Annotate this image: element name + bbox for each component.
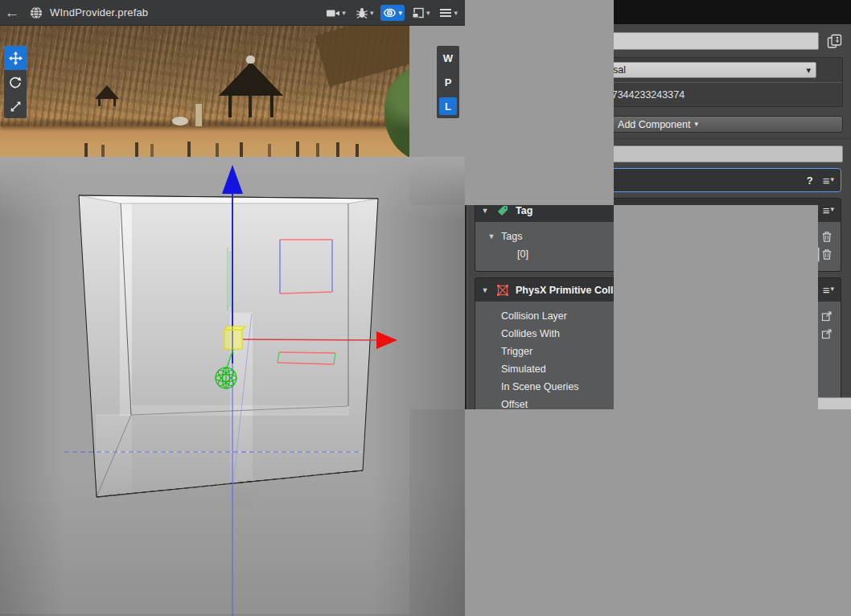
browse-material-button[interactable]	[802, 448, 816, 462]
folder-icon	[804, 451, 815, 460]
name-label: Name	[495, 35, 524, 47]
caret-down-icon: ▾	[824, 522, 828, 531]
box-section-row: ▼Box	[480, 536, 834, 548]
toggle-knob	[632, 570, 642, 580]
rotation-x-input[interactable]	[631, 415, 770, 430]
expander-expanded-icon[interactable]: ▼	[480, 207, 490, 215]
simulated-toggle[interactable]	[619, 363, 643, 376]
dimensions-y-input[interactable]	[789, 550, 851, 565]
camera-button-local[interactable]: L	[437, 94, 459, 118]
scale-tool-button[interactable]	[4, 94, 27, 118]
rotation-y-input[interactable]	[789, 415, 851, 430]
split-view-button[interactable]: ▾	[409, 5, 433, 21]
back-button[interactable]: ←	[0, 0, 24, 26]
delete-element-button[interactable]	[820, 247, 834, 261]
clear-tags-button[interactable]	[820, 229, 834, 244]
debug-info-button[interactable]: ▾	[353, 5, 376, 21]
caret-down-icon: ▾	[694, 121, 698, 128]
popout-icon	[821, 450, 832, 461]
search-input[interactable]	[491, 149, 838, 160]
entity-id-row: Entity ID 8062957344233243374	[474, 82, 842, 106]
clear-material-button[interactable]: ×	[788, 448, 795, 463]
open-collision-layers-button[interactable]	[820, 309, 834, 323]
toggle-knob	[620, 347, 629, 356]
component-tag: ▼ Tag ? ≡▾ ▼Tags 1 elements + [0]	[475, 198, 841, 272]
in-scene-queries-row: In Scene Queries	[480, 379, 834, 395]
3d-viewport[interactable]: ← WIndProvider.prefab ▾ ▾ ▾	[0, 0, 465, 616]
entity-info-box: Status Universal ▾ Entity ID 80629573442…	[473, 57, 843, 107]
trigger-toggle[interactable]	[619, 346, 643, 358]
caret-down-icon: ▾	[454, 10, 458, 17]
rotate-tool-button[interactable]	[4, 70, 27, 94]
rotation-label: Rotation	[480, 417, 619, 428]
expander-expanded-icon[interactable]: ▼	[487, 435, 496, 443]
expander-collapsed-icon[interactable]: ▶	[480, 176, 490, 184]
camera-button-world[interactable]: W	[437, 46, 459, 70]
popout-icon	[821, 310, 832, 322]
shape-value: Box	[624, 520, 820, 532]
collision-layer-label: Collision Layer	[480, 310, 619, 322]
physx-title: PhysX Primitive Collider	[516, 285, 797, 296]
shape-dropdown[interactable]: Box▾	[619, 518, 834, 534]
view-visibility-button[interactable]: ▾	[380, 5, 405, 21]
help-button[interactable]: ?	[804, 204, 816, 216]
open-collision-groups-button[interactable]	[820, 326, 834, 341]
open-material-editor-button[interactable]	[820, 448, 834, 462]
collider-tag-input[interactable]	[619, 466, 834, 481]
toggle-knob	[632, 364, 642, 374]
offset-row: Offset X Y Z	[480, 396, 834, 413]
tags-count: 1 elements	[619, 231, 805, 242]
translate-gizmo-x-arrow-icon[interactable]	[376, 331, 397, 349]
offset-y-input[interactable]	[789, 397, 851, 413]
offset-x-input[interactable]	[631, 397, 770, 413]
component-menu-button[interactable]: ≡▾	[823, 175, 834, 187]
translate-gizmo-x-axis-line[interactable]	[243, 339, 376, 340]
entire-object-input[interactable]	[619, 448, 799, 463]
help-button[interactable]: ?	[804, 284, 816, 296]
inspector-tab-bar: Entity Inspector	[465, 0, 851, 24]
expander-expanded-icon[interactable]: ▼	[480, 286, 490, 294]
expander-expanded-icon[interactable]: ▼	[487, 232, 496, 240]
contact-offset-input[interactable]	[619, 501, 834, 516]
edit-collider-button[interactable]: Edit	[501, 589, 832, 606]
move-icon	[9, 51, 23, 65]
transform-header[interactable]: ▶ Transform ? ≡▾	[475, 168, 841, 192]
help-button[interactable]: ?	[804, 175, 816, 187]
physics-materials-label: Physics Materials	[501, 433, 579, 445]
pin-inspector-button[interactable]	[825, 32, 843, 50]
translate-gizmo-z-arrow-icon[interactable]	[222, 165, 243, 194]
gizmo-overlay	[0, 26, 465, 616]
rest-offset-input[interactable]	[619, 483, 834, 499]
camera-button-parent[interactable]: P	[437, 70, 459, 94]
draw-collider-toggle[interactable]	[619, 569, 643, 581]
tag-icon	[496, 204, 509, 217]
collision-layer-dropdown[interactable]: Default▾	[619, 308, 816, 324]
viewport-menu-button[interactable]: ▾	[437, 6, 460, 20]
caret-down-icon: ▾	[398, 10, 402, 17]
tag-body: ▼Tags 1 elements + [0]	[475, 222, 841, 272]
add-component-button[interactable]: Add Component ▾	[473, 116, 843, 133]
entity-id-value: 8062957344233243374	[578, 89, 684, 101]
add-element-button[interactable]: +	[805, 229, 820, 244]
tab-entity-inspector[interactable]: Entity Inspector	[465, 0, 573, 24]
y-axis-badge: Y	[776, 415, 789, 430]
dimensions-x-input[interactable]	[631, 550, 770, 565]
ground-marker-top	[279, 352, 335, 353]
component-menu-button[interactable]: ≡▾	[823, 204, 834, 216]
physx-header[interactable]: ▼ PhysX Primitive Collider ? ≡▾	[475, 277, 841, 302]
in-scene-queries-toggle[interactable]	[619, 381, 643, 393]
entity-name-input[interactable]	[530, 32, 819, 50]
caret-down-icon: ▾	[830, 206, 834, 213]
component-menu-button[interactable]: ≡▾	[823, 284, 834, 296]
camera-settings-button[interactable]: ▾	[323, 5, 348, 21]
gizmo-center-cube-icon[interactable]	[224, 330, 242, 349]
search-icon	[478, 149, 488, 159]
move-tool-button[interactable]	[4, 46, 27, 70]
gizmo-center-cube-top[interactable]	[224, 326, 245, 330]
expander-expanded-icon[interactable]: ▼	[487, 538, 496, 546]
tag-header[interactable]: ▼ Tag ? ≡▾	[475, 198, 841, 222]
tag-element-input[interactable]	[619, 247, 820, 262]
status-dropdown[interactable]: Universal ▾	[578, 62, 816, 78]
collides-with-dropdown[interactable]: All▾	[619, 326, 816, 342]
transform-tool-palette	[4, 46, 27, 118]
